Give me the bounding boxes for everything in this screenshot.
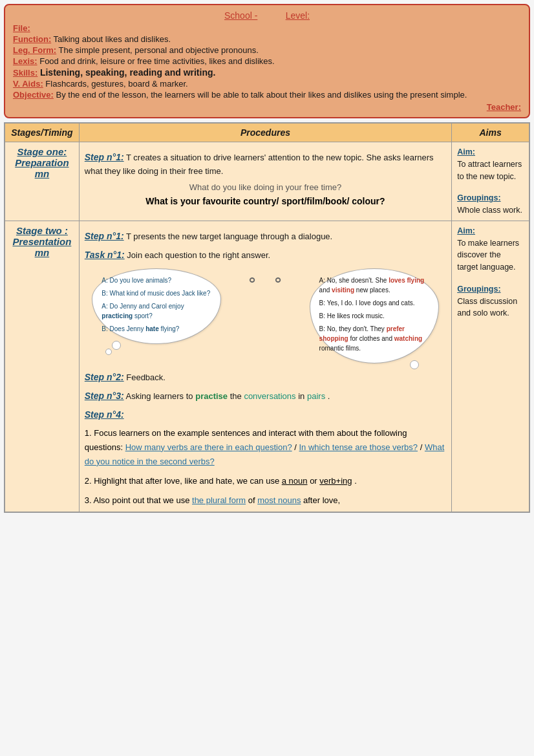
step4-link1: How many verbs are there in each questio… (125, 442, 292, 452)
step4-label: Step n°4: (85, 409, 124, 420)
lesson-plan-table: Stages/Timing Procedures Aims Stage one:… (4, 122, 530, 513)
right-bubble: A: No, she doesn't. She loves flying and… (310, 268, 439, 363)
table-header-row: Stages/Timing Procedures Aims (5, 123, 529, 142)
step4-noun: a noun (282, 476, 308, 486)
groupings2: Groupings: Class discussion and solo wor… (457, 283, 524, 319)
aim2: Aim: To make learners discover the targe… (457, 225, 524, 274)
step3-label: Step n°3: (85, 391, 124, 401)
step4-line: Step n°4: (85, 407, 446, 422)
step4-most-nouns: most nouns (257, 495, 301, 505)
step4-content: 1. Focus learners on the example sentenc… (85, 426, 446, 508)
stage-two-procedures: Step n°1: T presents the new target lang… (79, 221, 451, 512)
teacher-label: Teacher: (487, 102, 521, 112)
bubble-a2: B: Yes, I do. I love dogs and cats. (319, 298, 429, 308)
stage-one-label: Stage one: Preparation mn (10, 146, 74, 179)
stage-two-cell: Stage two : Presentation mn (5, 221, 79, 512)
step4-p1: 1. Focus learners on the example sentenc… (85, 426, 446, 469)
bubble-a4: B: No, they don't. They prefer shopping … (319, 324, 429, 353)
step3-text2: the (230, 391, 244, 401)
step3-text1: Asking learners to (126, 391, 196, 401)
objective-value: By the end of the lesson, the learners w… (56, 90, 467, 100)
bubble-q3: A: Do Jenny and Carol enjoy practicing s… (101, 301, 211, 321)
bubble-a3: B: He likes rock music. (319, 311, 429, 321)
task1-line: Task n°1: Join each question to the righ… (85, 248, 446, 263)
function-label: Function: (13, 34, 51, 44)
lexis-label: Lexis: (13, 56, 37, 66)
step2-text: Feedback. (126, 373, 166, 382)
col-aims-header: Aims (452, 123, 529, 142)
lexis-line: Lexis: Food and drink, leisure or free t… (13, 56, 521, 66)
step1-row2-text: T presents the new target language throu… (126, 232, 332, 241)
task1-text: Join each question to the right answer. (127, 250, 270, 260)
stage-one-aims: Aim: To attract learners to the new topi… (452, 142, 529, 221)
leg-form-label: Leg. Form: (13, 45, 56, 55)
question-light: What do you like doing in your free time… (85, 182, 446, 192)
header-section: School - Level: File: Function: Talking … (4, 4, 530, 118)
col-procedures-header: Procedures (79, 123, 451, 142)
task1-label: Task n°1: (85, 250, 125, 260)
file-label: File: (13, 23, 30, 33)
v-aids-value: Flashcards, gestures, board & marker. (45, 79, 187, 89)
step2-label: Step n°2: (85, 372, 124, 382)
bubbles-container: A: Do you love animals? B: What kind of … (85, 268, 446, 363)
aim2-text: To make learners discover the target lan… (457, 239, 519, 272)
objective-line: Objective: By the end of the lesson, the… (13, 90, 521, 100)
connector: ⚬ ⚬ (242, 268, 288, 293)
bubble-q4: B: Does Jenny hate flying? (101, 324, 211, 334)
objective-label: Objective: (13, 90, 54, 100)
stage-two-row: Stage two : Presentation mn Step n°1: T … (5, 221, 529, 512)
leg-form-value: The simple present, personal and objecti… (59, 45, 259, 55)
step1-label: Step n°1: (85, 152, 124, 162)
aim1-title: Aim: (457, 147, 475, 157)
v-aids-line: V. Aids: Flashcards, gestures, board & m… (13, 79, 521, 89)
aim1: Aim: To attract learners to the new topi… (457, 146, 524, 182)
leg-form-line: Leg. Form: The simple present, personal … (13, 45, 521, 55)
left-bubble: A: Do you love animals? B: What kind of … (92, 268, 221, 344)
aim2-title: Aim: (457, 226, 475, 235)
step4-p2: 2. Highlight that after love, like and h… (85, 474, 446, 488)
school-label: School - (224, 10, 257, 21)
stage-one-procedures: Step n°1: T creates a situation to drive… (79, 142, 451, 221)
groupings1-title: Groupings: (457, 193, 500, 202)
file-line: File: (13, 23, 521, 33)
step3-conversations: conversations (244, 391, 295, 401)
groupings2-text: Class discussion and solo work. (457, 297, 517, 318)
step4-p3: 3. Also point out that we use the plural… (85, 493, 446, 508)
step3-pairs: pairs (307, 391, 325, 401)
v-aids-label: V. Aids: (13, 79, 43, 89)
skills-line: Skills: Listening, speaking, reading and… (13, 67, 521, 78)
skills-value: Listening, speaking, reading and writing… (40, 67, 215, 78)
function-value: Talking about likes and dislikes. (54, 34, 171, 44)
step1-line: Step n°1: T creates a situation to drive… (85, 150, 446, 178)
aim1-text: To attract learners to the new topic. (457, 160, 522, 181)
stage-one-cell: Stage one: Preparation mn (5, 142, 79, 221)
bubble-q2: B: What kind of music does Jack like? (101, 288, 211, 298)
question-bold: What is your favourite country/ sport/fi… (85, 196, 446, 206)
step3-practise: practise (195, 391, 228, 401)
stage-two-label: Stage two : Presentation mn (10, 225, 74, 258)
stage-one-row: Stage one: Preparation mn Step n°1: T cr… (5, 142, 529, 221)
step4-plural: the plural form (192, 495, 246, 505)
step2-line: Step n°2: Feedback. (85, 370, 446, 385)
stage-two-aims: Aim: To make learners discover the targe… (452, 221, 529, 512)
step1-row2-label: Step n°1: (85, 231, 124, 241)
step4-link2: In which tense are those verbs? (299, 442, 418, 452)
step1-row2-line: Step n°1: T presents the new target lang… (85, 229, 446, 244)
lexis-value: Food and drink, leisure or free time act… (39, 56, 274, 66)
school-level-line: School - Level: (13, 10, 521, 21)
step1-text: T creates a situation to drive learners'… (85, 153, 434, 176)
level-label: Level: (286, 10, 310, 21)
groupings1: Groupings: Whole class work. (457, 192, 524, 217)
step3-text3: in (298, 391, 307, 401)
step3-text4: . (328, 391, 330, 401)
col-stages-header: Stages/Timing (5, 123, 79, 142)
step3-line: Step n°3: Asking learners to practise th… (85, 389, 446, 404)
function-line: Function: Talking about likes and dislik… (13, 34, 521, 44)
step4-verbIng: verb+ing (319, 476, 352, 486)
skills-label: Skills: (13, 68, 37, 78)
bubble-a1: A: No, she doesn't. She loves flying and… (319, 275, 429, 295)
groupings2-title: Groupings: (457, 285, 500, 294)
teacher-line: Teacher: (13, 102, 521, 112)
bubble-q1: A: Do you love animals? (101, 275, 211, 285)
groupings1-text: Whole class work. (457, 206, 522, 215)
